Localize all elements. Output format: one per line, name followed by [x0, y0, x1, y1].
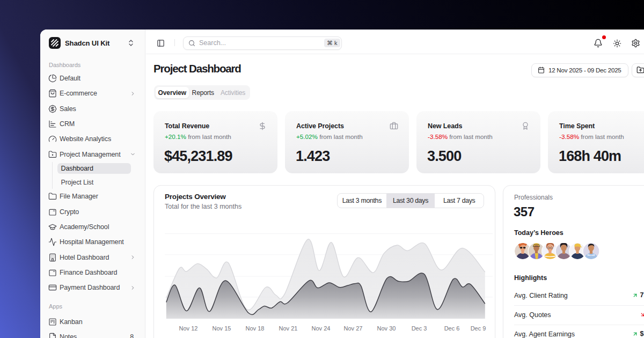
svg-text:Nov 27: Nov 27: [344, 325, 363, 332]
svg-text:Dec 6: Dec 6: [444, 325, 460, 332]
svg-text:Nov 15: Nov 15: [213, 325, 231, 332]
svg-text:Dec 3: Dec 3: [412, 325, 427, 332]
svg-text:Nov 12: Nov 12: [179, 325, 198, 332]
svg-text:Nov 21: Nov 21: [279, 325, 298, 332]
svg-text:Nov 24: Nov 24: [312, 325, 331, 332]
svg-text:Nov 30: Nov 30: [377, 325, 396, 332]
svg-text:Dec 9: Dec 9: [471, 325, 486, 332]
svg-text:Nov 18: Nov 18: [246, 325, 265, 332]
